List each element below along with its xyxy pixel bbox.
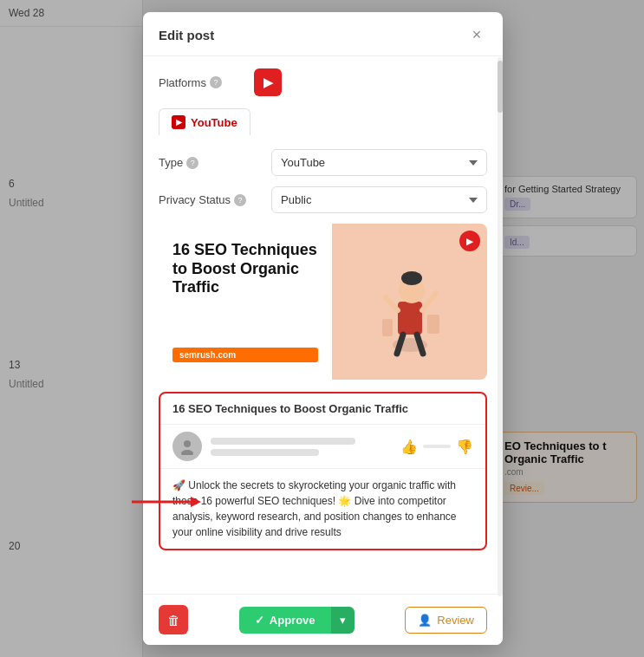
trash-icon: 🗑 xyxy=(167,613,180,628)
review-icon: 👤 xyxy=(418,614,432,627)
modal-body: Platforms ? ▶ ▶ YouTube Type ? YouTu xyxy=(143,56,503,594)
user-avatar xyxy=(172,432,202,461)
modal-header: Edit post × xyxy=(143,12,503,56)
thumbnail-source: semrush.com xyxy=(172,348,318,362)
svg-rect-3 xyxy=(398,302,422,335)
approve-check-icon: ✓ xyxy=(255,614,264,627)
dislike-button[interactable]: 👎 xyxy=(456,439,473,455)
post-preview-title: 16 SEO Techniques to Boost Organic Traff… xyxy=(160,394,485,425)
type-field: Type ? YouTube Short xyxy=(159,149,487,176)
review-button[interactable]: 👤 Review xyxy=(405,607,487,634)
delete-button[interactable]: 🗑 xyxy=(159,605,188,634)
type-label: Type ? xyxy=(159,156,271,169)
edit-post-modal: Edit post × Platforms ? ▶ ▶ YouTube xyxy=(143,12,503,645)
svg-line-6 xyxy=(386,297,398,310)
like-button[interactable]: 👍 xyxy=(400,439,418,455)
thumbnail-title: 16 SEO Techniques to Boost Organic Traff… xyxy=(172,241,318,297)
approve-group: ✓ Approve ▾ xyxy=(239,607,355,634)
like-row: 👍 👎 xyxy=(400,439,473,455)
svg-point-13 xyxy=(181,450,193,455)
close-button[interactable]: × xyxy=(466,24,487,45)
modal-footer: 🗑 ✓ Approve ▾ 👤 Review xyxy=(143,594,503,645)
red-arrow-indicator xyxy=(132,491,201,512)
youtube-platform-button[interactable]: ▶ xyxy=(254,68,282,96)
platforms-help-icon[interactable]: ? xyxy=(210,76,222,88)
post-preview: 16 SEO Techniques to Boost Organic Traff… xyxy=(159,392,487,550)
svg-rect-11 xyxy=(427,315,439,334)
post-user-row: 👍 👎 xyxy=(160,425,485,469)
svg-point-5 xyxy=(401,271,422,285)
review-label: Review xyxy=(437,614,474,627)
like-count xyxy=(423,445,451,448)
svg-point-12 xyxy=(184,440,191,447)
approve-button[interactable]: ✓ Approve xyxy=(239,607,331,634)
thumbnail-container: 16 SEO Techniques to Boost Organic Traff… xyxy=(159,224,487,380)
post-content: 🚀 Unlock the secrets to skyrocketing you… xyxy=(160,469,485,549)
platforms-label: Platforms ? xyxy=(159,76,254,89)
user-info-lines xyxy=(211,438,392,456)
platforms-row: Platforms ? ▶ xyxy=(159,68,487,96)
person-illustration xyxy=(367,245,453,358)
thumbnail-left: 16 SEO Techniques to Boost Organic Traff… xyxy=(159,224,332,380)
approve-dropdown-button[interactable]: ▾ xyxy=(331,607,355,634)
approve-label: Approve xyxy=(270,614,315,627)
tab-bar: ▶ YouTube xyxy=(159,108,487,135)
privacy-help-icon[interactable]: ? xyxy=(234,194,246,206)
privacy-select[interactable]: Public Private Unlisted xyxy=(271,186,487,213)
youtube-tab-icon: ▶ xyxy=(172,115,185,129)
youtube-platform-icon: ▶ xyxy=(263,75,273,89)
svg-marker-1 xyxy=(191,497,201,507)
youtube-tab-label: YouTube xyxy=(191,116,237,129)
privacy-label: Privacy Status ? xyxy=(159,193,271,206)
privacy-field: Privacy Status ? Public Private Unlisted xyxy=(159,186,487,213)
thumbnail-yt-badge: ▶ xyxy=(459,231,480,251)
youtube-tab[interactable]: ▶ YouTube xyxy=(159,108,250,135)
avatar-icon xyxy=(179,438,196,455)
svg-rect-10 xyxy=(382,319,393,336)
modal-title: Edit post xyxy=(159,28,214,42)
thumbnail-right: ▶ xyxy=(332,224,487,380)
svg-line-7 xyxy=(422,293,436,310)
type-select[interactable]: YouTube Short xyxy=(271,149,487,176)
type-help-icon[interactable]: ? xyxy=(186,157,198,169)
